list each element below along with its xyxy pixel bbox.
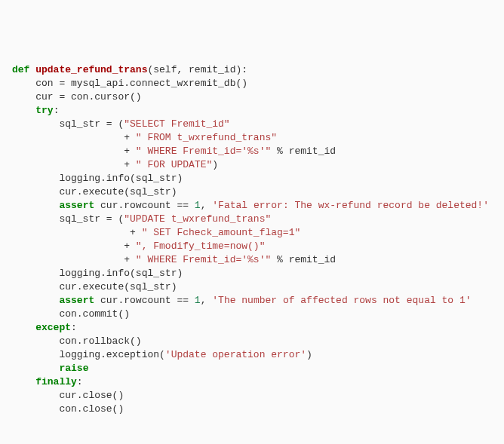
code-line: con.commit()	[12, 308, 492, 321]
code-token: % remit_id	[271, 254, 336, 265]
code-token: 1	[195, 295, 201, 306]
code-token: 'Fatal error: The wx-refund record be de…	[212, 200, 489, 211]
code-line: cur = con.cursor()	[12, 90, 492, 104]
code-token: ,	[201, 200, 213, 211]
code-token: def	[12, 64, 29, 75]
code-token: +	[12, 145, 136, 157]
code-token: % remit_id	[271, 145, 336, 157]
code-token: " SET Fcheck_amount_flag=1"	[142, 227, 301, 238]
code-token	[12, 105, 35, 116]
code-token: con = mysql_api.connect_wxremit_db()	[12, 78, 247, 89]
code-line: sql_str = ("SELECT Fremit_id"	[12, 118, 492, 131]
code-token: " WHERE Fremit_id='%s'"	[136, 145, 271, 157]
code-token: ,	[201, 295, 213, 306]
code-token: assert	[59, 295, 94, 306]
code-line: logging.info(sql_str)	[12, 172, 492, 185]
code-token: 'Update operation error'	[165, 349, 306, 360]
code-line: + ", Fmodify_time=now()"	[12, 240, 492, 253]
code-line: assert cur.rowcount == 1, 'Fatal error: …	[12, 199, 492, 213]
code-token: update_refund_trans	[35, 64, 147, 75]
code-line: def update_refund_trans(self, remit_id):	[12, 63, 492, 77]
code-token: con.rollback()	[12, 335, 142, 347]
code-line: con.close()	[12, 403, 492, 416]
code-token: " WHERE Fremit_id='%s'"	[136, 254, 271, 265]
code-token: :	[71, 322, 77, 333]
code-token: +	[12, 240, 136, 252]
code-line: con.rollback()	[12, 335, 492, 348]
code-line: cur.close()	[12, 389, 492, 403]
code-token: ", Fmodify_time=now()"	[136, 240, 266, 252]
code-token	[12, 363, 59, 374]
code-token: :	[54, 105, 60, 116]
code-line: + " SET Fcheck_amount_flag=1"	[12, 226, 492, 240]
code-token: raise	[59, 363, 88, 374]
code-token: cur.rowcount ==	[94, 295, 195, 306]
code-token: finally	[35, 376, 77, 387]
code-line: try:	[12, 104, 492, 118]
code-token: logging.info(sql_str)	[12, 173, 183, 184]
code-token: sql_str = (	[12, 213, 124, 225]
code-token: except	[35, 322, 71, 333]
code-token: cur = con.cursor()	[12, 91, 142, 103]
code-token: sql_str = (	[12, 118, 124, 130]
code-token	[12, 200, 59, 211]
code-token: cur.execute(sql_str)	[12, 186, 177, 198]
code-line: con = mysql_api.connect_wxremit_db()	[12, 77, 492, 90]
code-token	[12, 376, 35, 387]
code-token: con.close()	[12, 403, 124, 415]
code-token: "SELECT Fremit_id"	[124, 118, 229, 130]
code-line: + " FROM t_wxrefund_trans"	[12, 131, 492, 145]
code-token: cur.close()	[12, 390, 124, 401]
code-token: con.commit()	[12, 308, 130, 320]
code-token: 'The number of affected rows not equal t…	[212, 295, 471, 306]
code-token: logging.info(sql_str)	[12, 268, 183, 279]
code-line: assert cur.rowcount == 1, 'The number of…	[12, 294, 492, 308]
code-snippet: def update_refund_trans(self, remit_id):…	[12, 63, 492, 416]
code-line: except:	[12, 321, 492, 335]
code-token: (self, remit_id):	[147, 64, 247, 75]
code-line: logging.exception('Update operation erro…	[12, 348, 492, 362]
code-token: )	[212, 159, 218, 170]
code-token: "UPDATE t_wxrefund_trans"	[124, 213, 271, 225]
code-token: try	[35, 105, 53, 116]
code-line: cur.execute(sql_str)	[12, 280, 492, 294]
code-token: assert	[59, 200, 94, 211]
code-token: " FOR UPDATE"	[136, 159, 212, 170]
code-line: cur.execute(sql_str)	[12, 185, 492, 199]
code-token: :	[77, 376, 83, 387]
code-token: +	[12, 132, 136, 143]
code-line: finally:	[12, 375, 492, 389]
code-token: +	[12, 159, 136, 170]
code-line: + " FOR UPDATE")	[12, 158, 492, 172]
code-token: logging.exception(	[12, 349, 165, 360]
code-token: +	[12, 254, 136, 265]
code-token: " FROM t_wxrefund_trans"	[136, 132, 277, 143]
code-token: )	[306, 349, 312, 360]
code-line: + " WHERE Fremit_id='%s'" % remit_id	[12, 253, 492, 267]
code-token	[12, 295, 59, 306]
code-token: cur.rowcount ==	[94, 200, 195, 211]
code-token: 1	[195, 200, 201, 211]
code-line: + " WHERE Fremit_id='%s'" % remit_id	[12, 145, 492, 158]
code-line: sql_str = ("UPDATE t_wxrefund_trans"	[12, 213, 492, 226]
code-token: cur.execute(sql_str)	[12, 281, 177, 292]
code-line: logging.info(sql_str)	[12, 267, 492, 280]
code-token	[12, 322, 35, 333]
code-token: +	[12, 227, 142, 238]
code-line: raise	[12, 362, 492, 375]
